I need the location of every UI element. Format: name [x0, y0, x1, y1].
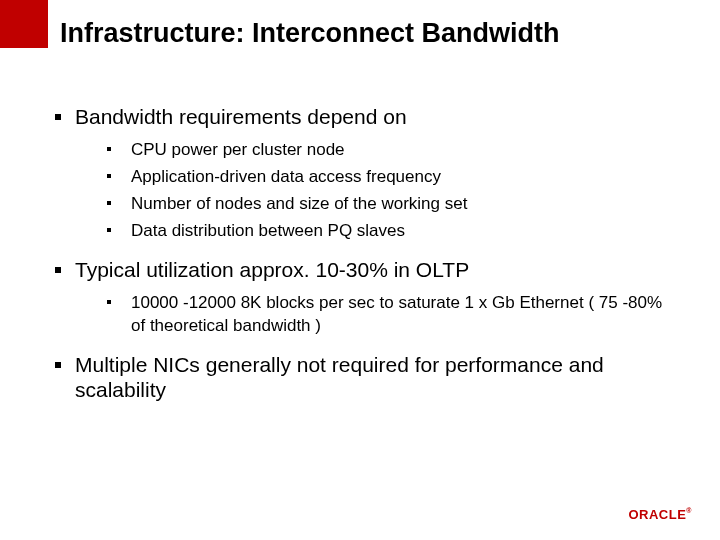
bullet-level2: Data distribution between PQ slaves [107, 220, 680, 243]
bullet-dot [107, 300, 111, 304]
bullet-text: Data distribution between PQ slaves [131, 220, 405, 243]
bullet-level2: 10000 -12000 8K blocks per sec to satura… [107, 292, 680, 338]
bullet-text: Multiple NICs generally not required for… [75, 352, 680, 402]
bullet-dot [107, 174, 111, 178]
bullet-level2: Number of nodes and size of the working … [107, 193, 680, 216]
registered-mark: ® [686, 507, 692, 514]
bullet-dot [107, 147, 111, 151]
bullet-dot [55, 267, 61, 273]
bullet-text: Application-driven data access frequency [131, 166, 441, 189]
bullet-level1: Typical utilization approx. 10-30% in OL… [55, 257, 680, 282]
bullet-level1: Bandwidth requirements depend on [55, 104, 680, 129]
bullet-dot [107, 201, 111, 205]
bullet-level2: CPU power per cluster node [107, 139, 680, 162]
bullet-dot [55, 114, 61, 120]
bullet-dot [107, 228, 111, 232]
logo-text: ORACLE [628, 507, 686, 522]
bullet-dot [55, 362, 61, 368]
slide-title: Infrastructure: Interconnect Bandwidth [60, 18, 560, 49]
bullet-level2: Application-driven data access frequency [107, 166, 680, 189]
bullet-text: 10000 -12000 8K blocks per sec to satura… [131, 292, 680, 338]
bullet-text: CPU power per cluster node [131, 139, 345, 162]
bullet-text: Bandwidth requirements depend on [75, 104, 407, 129]
slide-content: Bandwidth requirements depend on CPU pow… [55, 90, 680, 408]
bullet-text: Number of nodes and size of the working … [131, 193, 467, 216]
brand-accent-block [0, 0, 48, 48]
bullet-level1: Multiple NICs generally not required for… [55, 352, 680, 402]
oracle-logo: ORACLE® [628, 507, 692, 522]
bullet-text: Typical utilization approx. 10-30% in OL… [75, 257, 469, 282]
